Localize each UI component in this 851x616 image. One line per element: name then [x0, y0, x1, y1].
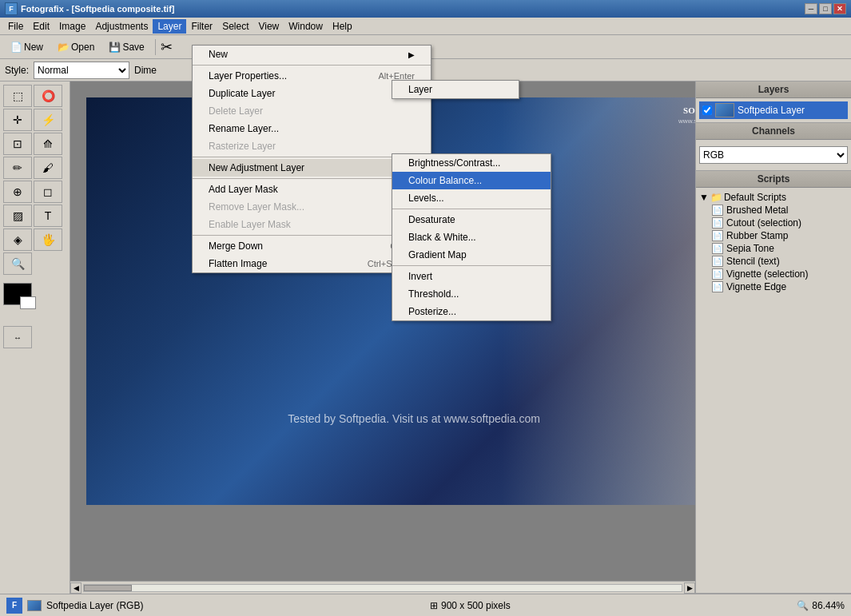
dimensions-icon: ⊞ [430, 600, 438, 611]
scroll-right-button[interactable]: ▶ [684, 582, 695, 594]
right-panel: Layers Softpedia Layer Channels RGB Red … [695, 81, 851, 594]
extra-tool[interactable]: ↔ [3, 326, 32, 348]
colour-balance-label: Colour Balance... [408, 175, 482, 186]
scripts-group-name: Default Scripts [724, 192, 786, 203]
foreground-color[interactable] [3, 283, 32, 305]
adj-threshold[interactable]: Threshold... [392, 285, 551, 303]
bw-label: Black & White... [408, 232, 476, 243]
menu-item-window[interactable]: Window [284, 19, 328, 34]
scripts-group-header[interactable]: ▼ 📁 Default Scripts [699, 191, 848, 204]
layer-item[interactable]: Softpedia Layer [699, 101, 848, 119]
adj-sep-2 [392, 265, 551, 266]
scroll-left-button[interactable]: ◀ [70, 582, 82, 594]
layer-properties-label: Layer Properties... [209, 70, 287, 81]
softpedia-url: www.softpedia.com [678, 117, 695, 125]
dimension-label: Dime [134, 65, 157, 76]
save-button[interactable]: 💾 Save [103, 39, 149, 55]
zoom-tool[interactable]: 🔍 [3, 252, 32, 275]
script-item-sepia[interactable]: 📄 Sepia Tone [699, 242, 848, 255]
invert-label: Invert [408, 271, 432, 282]
script-name-3: Rubber Stamp [726, 230, 788, 241]
burn-tool[interactable]: 🖐 [34, 229, 62, 251]
menu-item-layer[interactable]: Layer [153, 19, 186, 34]
pencil-tool[interactable]: ✏ [3, 157, 32, 179]
adjustment-layer-submenu: Brightness/Contrast... Colour Balance...… [392, 153, 551, 321]
script-item-vignette-sel[interactable]: 📄 Vignette (selection) [699, 268, 848, 280]
menu-item-edit[interactable]: Edit [28, 19, 54, 34]
move-tool[interactable]: ✛ [3, 109, 32, 131]
menu-item-adjustments[interactable]: Adjustments [90, 19, 153, 34]
adj-gradient-map[interactable]: Gradient Map [392, 246, 551, 264]
select-lasso-tool[interactable]: ⭕ [34, 85, 62, 107]
gradient-tool[interactable]: ◈ [3, 229, 32, 251]
menu-item-image[interactable]: Image [54, 19, 90, 34]
brush-tool[interactable]: 🖌 [34, 157, 62, 179]
h-scrollbar[interactable]: ◀ ▶ [70, 581, 695, 594]
menu-item-view[interactable]: View [253, 19, 284, 34]
layer-new-arrow: ▶ [408, 50, 415, 59]
layer-sep-1 [193, 65, 431, 66]
script-item-brushed-metal[interactable]: 📄 Brushed Metal [699, 204, 848, 217]
eraser-tool[interactable]: ◻ [34, 181, 62, 203]
restore-button[interactable]: □ [819, 3, 832, 14]
layer-menu-rename[interactable]: Rename Layer... [193, 120, 431, 137]
script-item-rubber-stamp[interactable]: 📄 Rubber Stamp [699, 229, 848, 242]
remove-mask-label: Remove Layer Mask... [209, 201, 304, 213]
adj-invert[interactable]: Invert [392, 268, 551, 285]
eyedropper-tool[interactable]: ⟰ [34, 133, 62, 155]
script-name-6: Vignette (selection) [726, 268, 809, 280]
zoom-text: 86.44% [812, 600, 845, 611]
close-button[interactable]: ✕ [833, 3, 846, 14]
script-item-stencil[interactable]: 📄 Stencil (text) [699, 255, 848, 268]
menu-item-filter[interactable]: Filter [186, 19, 217, 34]
layer-menu-delete: Delete Layer [193, 102, 431, 120]
layers-header: Layers [696, 81, 851, 98]
minimize-button[interactable]: ─ [805, 3, 817, 14]
menu-item-select[interactable]: Select [217, 19, 253, 34]
open-icon: 📂 [58, 42, 70, 53]
script-item-cutout[interactable]: 📄 Cutout (selection) [699, 217, 848, 229]
stamp-tool[interactable]: ⊕ [3, 181, 32, 203]
menu-item-help[interactable]: Help [328, 19, 357, 34]
crop-tool[interactable]: ⊡ [3, 133, 32, 155]
select-magic-tool[interactable]: ⚡ [34, 109, 62, 131]
scroll-thumb-h[interactable] [84, 585, 132, 591]
adj-posterize[interactable]: Posterize... [392, 303, 551, 320]
title-bar-text: Fotografix - [Softpedia composite.tif] [21, 4, 175, 14]
posterize-label: Posterize... [408, 306, 456, 317]
layer-name: Softpedia Layer [738, 105, 805, 116]
scroll-track-h[interactable] [83, 584, 682, 592]
status-zoom: 🔍 86.44% [797, 600, 845, 611]
adj-levels[interactable]: Levels... [392, 189, 551, 207]
layer-menu-rasterize: Rasterize Layer [193, 137, 431, 155]
script-file-icon-5: 📄 [712, 256, 723, 267]
dimensions-text: 900 x 500 pixels [441, 600, 511, 611]
new-button[interactable]: 📄 New [5, 39, 49, 55]
script-file-icon-2: 📄 [712, 217, 723, 229]
channels-select[interactable]: RGB Red Green Blue [699, 146, 848, 164]
adj-desaturate[interactable]: Desaturate [392, 211, 551, 229]
adj-brightness[interactable]: Brightness/Contrast... [392, 154, 551, 172]
style-select[interactable]: Normal Multiply Screen Overlay [34, 62, 129, 79]
scissors-icon[interactable]: ✂ [161, 38, 173, 56]
menu-item-file[interactable]: File [3, 19, 28, 34]
select-rect-tool[interactable]: ⬚ [3, 85, 32, 107]
text-tool[interactable]: T [34, 205, 62, 227]
new-layer-item[interactable]: Layer [392, 81, 519, 98]
save-label: Save [122, 42, 144, 53]
toolbox: ⬚ ⭕ ✛ ⚡ ⊡ ⟰ ✏ 🖌 ⊕ ◻ ▨ T ◈ 🖐 🔍 [0, 81, 70, 594]
adj-bw[interactable]: Black & White... [392, 229, 551, 246]
script-file-icon-3: 📄 [712, 230, 723, 241]
style-label: Style: [5, 65, 29, 76]
duplicate-layer-label: Duplicate Layer [209, 88, 275, 99]
background-color[interactable] [20, 296, 36, 309]
fill-tool[interactable]: ▨ [3, 205, 32, 227]
layer-visibility-checkbox[interactable] [702, 105, 712, 115]
script-name-5: Stencil (text) [726, 256, 780, 267]
open-button[interactable]: 📂 Open [52, 39, 100, 55]
script-item-vignette-edge[interactable]: 📄 Vignette Edge [699, 280, 848, 293]
new-label: New [24, 42, 43, 53]
adj-colour-balance[interactable]: Colour Balance... [392, 172, 551, 189]
layer-menu-new[interactable]: New ▶ [193, 46, 431, 63]
gradient-map-label: Gradient Map [408, 249, 467, 260]
